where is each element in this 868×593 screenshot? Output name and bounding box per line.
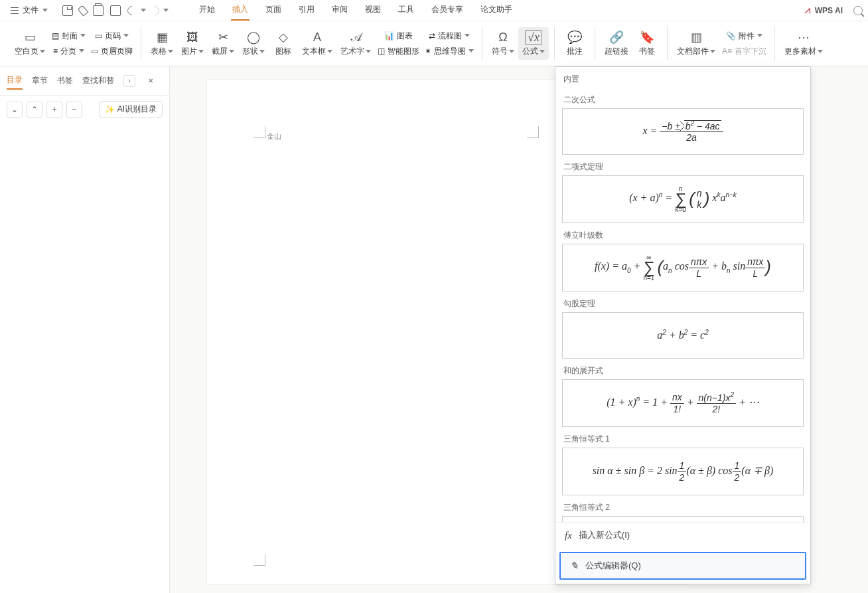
chevron-down-icon bbox=[818, 49, 823, 54]
equation-label: 三角恒等式 1 bbox=[562, 431, 804, 448]
docparts-icon: ▥ bbox=[689, 30, 703, 44]
margin-corner bbox=[253, 554, 265, 566]
hyperlink-button[interactable]: 🔗超链接 bbox=[601, 27, 632, 60]
chevron-down-icon bbox=[259, 49, 265, 54]
section-icon: ≡ bbox=[53, 46, 58, 56]
sidetab-toc[interactable]: 目录 bbox=[7, 72, 23, 90]
tab-view[interactable]: 视图 bbox=[364, 0, 382, 21]
equation-trig2[interactable]: cos α + cos β = 2 cos12(α + β) cos12(α −… bbox=[562, 516, 804, 522]
hf-label: 页眉页脚 bbox=[101, 46, 133, 57]
textbox-button[interactable]: A文本框 bbox=[298, 27, 336, 60]
collapse-up-button[interactable]: ⌃ bbox=[27, 102, 42, 118]
tab-review[interactable]: 审阅 bbox=[330, 0, 349, 21]
table-label: 表格 bbox=[151, 46, 167, 57]
textbox-label: 文本框 bbox=[302, 46, 326, 57]
chevron-down-icon[interactable] bbox=[141, 8, 146, 13]
more-assets-button[interactable]: ⋯更多素材 bbox=[780, 27, 827, 60]
side-tabs: 目录 章节 书签 查找和替 › ✕ bbox=[0, 66, 169, 96]
comment-label: 批注 bbox=[567, 46, 583, 57]
add-button[interactable]: ＋ bbox=[46, 102, 62, 118]
flowchart-icon: ⇄ bbox=[429, 31, 435, 41]
docparts-button[interactable]: ▥文档部件 bbox=[673, 27, 719, 60]
tab-references[interactable]: 引用 bbox=[297, 0, 316, 21]
flowchart-label: 流程图 bbox=[438, 31, 462, 42]
collapse-down-button[interactable]: ⌄ bbox=[7, 102, 23, 118]
attachment-button[interactable]: 📎附件 bbox=[719, 29, 769, 43]
symbol-label: 符号 bbox=[492, 46, 508, 57]
chevron-down-icon bbox=[40, 49, 45, 54]
ribbon: ▭ 空白页 ▤封面 ≡分页 ▭页码 ▭页眉页脚 ▦表格 🖼图片 ✂截屏 ◯形状 … bbox=[0, 21, 868, 66]
tab-page[interactable]: 页面 bbox=[264, 0, 283, 21]
mindmap-label: 思维导图 bbox=[434, 46, 466, 57]
chevron-down-icon bbox=[198, 49, 204, 54]
smartart-button[interactable]: ◫智能图形 bbox=[375, 44, 422, 58]
equation-binomial[interactable]: (x + a)n = n∑k=0 (nk) xkan−k bbox=[562, 175, 804, 223]
wordart-button[interactable]: 𝒜艺术字 bbox=[336, 27, 375, 60]
tab-insert[interactable]: 插入 bbox=[231, 0, 250, 21]
chevron-down-icon[interactable] bbox=[163, 8, 169, 13]
sidetab-next[interactable]: › bbox=[123, 75, 135, 87]
page-number-button[interactable]: ▭页码 bbox=[88, 29, 135, 43]
equation-editor[interactable]: ✎ 公式编辑器(Q) bbox=[559, 552, 806, 580]
pagenum-label: 页码 bbox=[105, 31, 121, 42]
equation-pythagoras[interactable]: a2 + b2 = c2 bbox=[562, 312, 804, 359]
equation-button[interactable]: √x公式 bbox=[518, 27, 549, 60]
equation-label: 三角恒等式 2 bbox=[562, 499, 804, 516]
more-label: 更多素材 bbox=[784, 46, 816, 57]
file-menu[interactable]: 文件 bbox=[5, 2, 53, 19]
table-button[interactable]: ▦表格 bbox=[147, 27, 177, 60]
insert-new-equation[interactable]: fx 插入新公式(I) bbox=[555, 523, 810, 548]
symbol-icon: Ω bbox=[496, 30, 510, 44]
section-button[interactable]: ≡分页 bbox=[49, 44, 88, 58]
pagenum-icon: ▭ bbox=[95, 31, 102, 41]
mindmap-button[interactable]: ✶思维导图 bbox=[422, 44, 476, 58]
equation-taylor[interactable]: (1 + x)n = 1 + nx1! + n(n−1)x22! + ⋯ bbox=[562, 379, 804, 427]
print-preview-icon[interactable] bbox=[110, 5, 121, 16]
cover-button[interactable]: ▤封面 bbox=[49, 29, 88, 43]
picture-button[interactable]: 🖼图片 bbox=[177, 27, 208, 60]
chevron-down-icon bbox=[757, 33, 762, 39]
tab-member[interactable]: 会员专享 bbox=[430, 0, 465, 21]
equation-fourier[interactable]: f(x) = a0 + ∞∑n=1 (an cosnπxL + bn sinnπ… bbox=[562, 244, 804, 292]
chevron-down-icon bbox=[168, 49, 173, 54]
search-icon[interactable] bbox=[853, 6, 863, 15]
equation-icon: √x bbox=[526, 30, 541, 44]
remove-button[interactable]: － bbox=[66, 102, 82, 118]
screenshot-button[interactable]: ✂截屏 bbox=[208, 27, 238, 60]
dropcap-button[interactable]: A≡首字下沉 bbox=[719, 44, 769, 58]
screenshot-icon: ✂ bbox=[216, 30, 230, 44]
chevron-down-icon bbox=[710, 49, 715, 54]
sidetab-bookmark[interactable]: 书签 bbox=[57, 72, 73, 89]
flowchart-button[interactable]: ⇄流程图 bbox=[422, 29, 476, 43]
pin-icon[interactable] bbox=[78, 5, 89, 16]
comment-button[interactable]: 💬批注 bbox=[560, 27, 589, 60]
ai-toc-button[interactable]: ✨ AI识别目录 bbox=[99, 101, 163, 118]
equation-quadratic[interactable]: x = −b ± b2 − 4ac2a bbox=[562, 108, 804, 155]
shapes-button[interactable]: ◯形状 bbox=[238, 27, 269, 60]
wpsai-icon: ⩘ bbox=[803, 6, 811, 15]
print-icon[interactable] bbox=[93, 5, 104, 16]
equation-trig1[interactable]: sin α ± sin β = 2 sin12(α ± β) cos12(α ∓… bbox=[562, 448, 804, 495]
tab-start[interactable]: 开始 bbox=[198, 0, 216, 21]
tab-thesis[interactable]: 论文助手 bbox=[479, 0, 514, 21]
bookmark-button[interactable]: 🔖书签 bbox=[632, 27, 662, 60]
smartart-label: 智能图形 bbox=[388, 46, 419, 57]
save-icon[interactable] bbox=[62, 5, 73, 16]
sidetab-close[interactable]: ✕ bbox=[145, 75, 157, 87]
symbol-button[interactable]: Ω符号 bbox=[488, 27, 518, 60]
undo-icon[interactable] bbox=[125, 4, 139, 17]
blank-page-button[interactable]: ▭ 空白页 bbox=[11, 27, 49, 60]
textbox-icon: A bbox=[310, 30, 325, 44]
sidetab-find[interactable]: 查找和替 bbox=[82, 72, 114, 89]
wps-ai-button[interactable]: ⩘ WPS AI bbox=[803, 6, 843, 15]
sidetab-chapter[interactable]: 章节 bbox=[32, 72, 48, 89]
chevron-down-icon bbox=[509, 49, 514, 54]
dropcap-label: 首字下沉 bbox=[735, 46, 766, 57]
chart-button[interactable]: 📊图表 bbox=[375, 29, 422, 43]
redo-icon[interactable] bbox=[148, 4, 161, 17]
equation-dropdown: 内置 二次公式 x = −b ± b2 − 4ac2a 二项式定理 (x + a… bbox=[555, 66, 811, 584]
icons-button[interactable]: ◇图标 bbox=[269, 27, 298, 60]
tab-tools[interactable]: 工具 bbox=[397, 0, 415, 21]
chevron-down-icon bbox=[465, 33, 470, 39]
header-footer-button[interactable]: ▭页眉页脚 bbox=[88, 44, 135, 58]
